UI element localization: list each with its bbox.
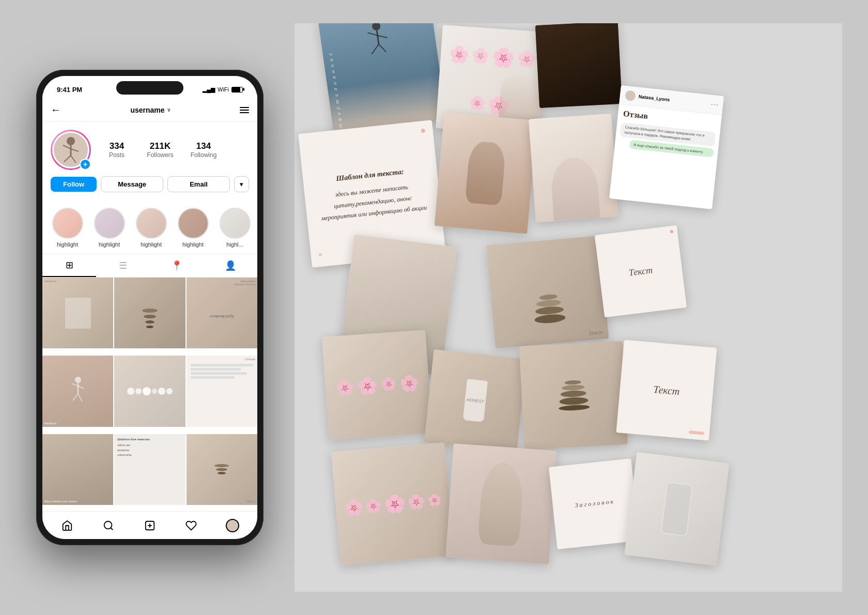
status-time: 9:41 PM	[57, 86, 82, 94]
chat-avatar	[625, 90, 636, 101]
svg-line-18	[377, 30, 379, 44]
text-small1-content: Текст	[628, 265, 653, 278]
bottom-nav	[42, 511, 257, 539]
svg-line-13	[111, 528, 113, 530]
nav-heart[interactable]	[180, 514, 203, 537]
highlight-item-2[interactable]: highlight	[92, 208, 126, 248]
avatar-silhouette	[58, 136, 84, 164]
tab-list[interactable]: ☰	[96, 254, 150, 277]
person-yoga-icon	[360, 23, 397, 64]
nav-search[interactable]	[97, 514, 120, 537]
grid-cell-8[interactable]: Шаблон для текста: здесь вы можете напис…	[114, 434, 185, 505]
posts-count: 334	[110, 141, 124, 151]
tab-tagged[interactable]: 👤	[204, 254, 257, 277]
zagolovok-text: З а г о л о в о к	[575, 496, 614, 511]
grid-cell-3[interactable]: Заголовоквашего поста старому роду	[187, 278, 257, 348]
stones-text-label: Текст	[588, 329, 603, 336]
svg-line-8	[72, 383, 78, 386]
phone-device: 9:41 PM ▂▄▆ WiFi ← username ∨	[36, 70, 264, 545]
nav-bar: ← username ∨	[42, 99, 257, 121]
add-icon	[144, 520, 156, 531]
add-story-button[interactable]: +	[80, 159, 91, 170]
grid-cell-5[interactable]	[114, 356, 185, 426]
card-flowers2: 🌸 🌸 🌸 🌸	[322, 330, 432, 440]
card-chat-review: Natasa_Lyons • • • Отзыв Спасибо большое…	[609, 85, 724, 209]
more-button[interactable]: ▾	[234, 176, 249, 192]
svg-line-3	[71, 149, 79, 151]
svg-point-12	[104, 521, 112, 529]
profile-actions: Follow Message Email ▾	[51, 176, 249, 192]
nav-username: username ∨	[130, 106, 170, 114]
message-button[interactable]: Message	[101, 176, 163, 192]
card-zagolovok: З а г о л о в о к	[549, 458, 640, 549]
highlight-label-2: highlight	[99, 241, 120, 248]
home-icon	[61, 520, 73, 531]
profile-tabs: ⊞ ☰ 📍 👤	[42, 254, 257, 278]
svg-line-10	[73, 394, 78, 401]
phone-section: 9:41 PM ▂▄▆ WiFi ← username ∨	[26, 70, 274, 545]
highlight-circle-2	[94, 208, 125, 239]
highlight-circle-3	[136, 208, 167, 239]
grid-cell-6[interactable]: Отзыв	[187, 356, 257, 426]
nav-menu-button[interactable]	[240, 107, 249, 113]
card-floral3: 🌸 🌸 🌸 🌸 🌸	[331, 442, 454, 565]
text-template-content: Шаблон для текста: здесь вы можете напис…	[313, 163, 431, 225]
grid-cell-1[interactable]: Надпись	[42, 278, 113, 348]
highlight-item-5[interactable]: highl...	[218, 208, 252, 248]
highlight-item-1[interactable]: highlight	[51, 208, 84, 248]
svg-line-2	[63, 145, 71, 149]
svg-line-4	[64, 156, 71, 162]
stat-followers: 211K Followers	[145, 141, 176, 159]
svg-line-11	[78, 394, 82, 402]
photo-grid: Надпись	[42, 278, 257, 511]
phone-notch	[116, 81, 183, 95]
nav-profile[interactable]	[221, 514, 244, 537]
search-icon	[103, 520, 114, 531]
tab-grid[interactable]: ⊞	[42, 254, 96, 277]
svg-point-0	[67, 137, 75, 145]
highlight-label-5: highl...	[226, 241, 243, 248]
card-dark-portrait	[535, 23, 622, 108]
grid-cell-4[interactable]: Надпись	[42, 356, 113, 426]
grid-cell-9[interactable]: Текст	[187, 434, 257, 505]
highlight-item-3[interactable]: highlight	[134, 208, 168, 248]
card-woman2	[529, 114, 618, 223]
following-label: Following	[191, 151, 217, 159]
text2-content: Текст	[653, 383, 680, 397]
follow-button[interactable]: Follow	[51, 177, 97, 192]
main-layout: 9:41 PM ▂▄▆ WiFi ← username ∨	[26, 23, 842, 592]
grid-cell-7[interactable]: Ваш текст или анонс	[42, 434, 113, 505]
svg-line-5	[71, 156, 76, 163]
chat-time: • • •	[711, 102, 718, 107]
phone-screen: 9:41 PM ▂▄▆ WiFi ← username ∨	[42, 76, 257, 539]
nav-chevron-icon: ∨	[167, 107, 171, 113]
nav-add[interactable]	[138, 514, 161, 537]
highlight-item-4[interactable]: highlight	[176, 208, 210, 248]
card-glass	[624, 452, 729, 566]
svg-line-9	[78, 386, 84, 389]
heart-icon	[185, 520, 197, 531]
followers-label: Followers	[147, 151, 173, 159]
profile-avatar-mini	[226, 519, 239, 532]
svg-line-21	[370, 44, 380, 54]
following-count: 134	[196, 141, 211, 151]
stat-following: 134 Following	[188, 141, 219, 159]
grid-cell-2[interactable]	[114, 278, 185, 348]
nav-home[interactable]	[56, 514, 79, 537]
tab-location[interactable]: 📍	[150, 254, 204, 277]
svg-line-20	[378, 34, 388, 39]
followers-count: 211K	[150, 141, 171, 151]
text-template-title: Шаблон для текста:	[313, 163, 427, 188]
card-text-small1: Текст	[595, 225, 687, 317]
chat-username: Natasa_Lyons	[638, 94, 670, 102]
text-template-body: здесь вы можете написать цитату,рекоменд…	[321, 183, 427, 222]
yoga-person-icon	[68, 376, 88, 407]
svg-line-19	[368, 32, 378, 37]
highlight-label-1: highlight	[57, 241, 78, 248]
email-button[interactable]: Email	[167, 176, 230, 192]
avatar-wrap: +	[51, 130, 91, 170]
highlight-label-4: highlight	[182, 241, 204, 248]
card-yoga: т е к с т и л и а н о н с	[318, 23, 446, 134]
profile-top: + 334 Posts 211K Followers	[51, 130, 249, 170]
back-button[interactable]: ←	[51, 104, 61, 116]
